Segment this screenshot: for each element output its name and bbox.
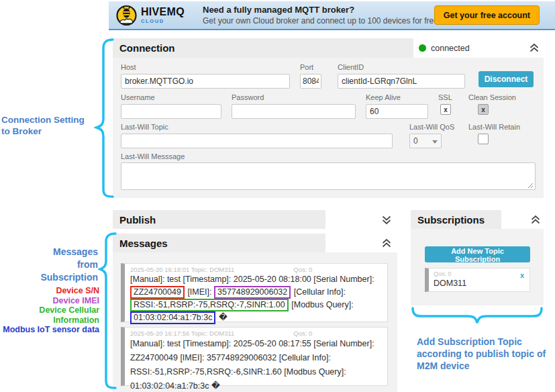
message-line: RSSI:-51,RSRP:-75,RSRQ:-6,SINR:1.60 [Mod… bbox=[130, 365, 382, 379]
clean-session-check-mark: x bbox=[481, 106, 485, 113]
keepalive-label: Keep Alive bbox=[366, 93, 428, 101]
legend-modbus-data: Modbus IoT sensor data bbox=[0, 325, 99, 335]
cellular-label: [Cellular Info]: bbox=[294, 287, 346, 297]
connection-status: connected bbox=[416, 38, 470, 58]
annotation-messages-from-subscription: Messages from Subscription bbox=[0, 246, 98, 284]
message-line: RSSI:-51,RSRP:-75,RSRQ:-7,SINR:1.00 [Mod… bbox=[130, 299, 382, 311]
username-input[interactable] bbox=[121, 104, 221, 119]
get-free-account-button[interactable]: Get your free account bbox=[434, 5, 540, 25]
annotation-legend: Device S/N Device IMEI Device Cellular I… bbox=[0, 286, 99, 335]
legend-device-sn: Device S/N bbox=[0, 286, 99, 296]
subscription-remove-button[interactable]: x bbox=[520, 271, 524, 279]
connected-status-dot bbox=[419, 44, 426, 52]
subscriptions-collapse-icon[interactable] bbox=[530, 215, 541, 225]
port-input[interactable] bbox=[300, 74, 321, 89]
publish-titlebar[interactable]: Publish bbox=[113, 210, 325, 229]
replacement-char: � bbox=[211, 381, 220, 391]
legend-device-imei: Device IMEI bbox=[0, 296, 99, 306]
publish-header: Publish bbox=[113, 210, 397, 229]
connected-status-text: connected bbox=[431, 44, 470, 53]
serial-number-value: ZZ24700049 bbox=[130, 353, 178, 362]
lastwill-retain-label: Last-Will Retain bbox=[468, 123, 520, 131]
serial-number-value: ZZ24700049 bbox=[130, 286, 185, 299]
clean-session-label: Clean Session bbox=[468, 93, 516, 101]
dropdown-caret-icon bbox=[432, 140, 438, 144]
imei-value: 357748929006032 bbox=[207, 353, 276, 362]
connection-header: Connection connected bbox=[113, 38, 544, 58]
annotation-add-subscription-topic: Add Subscription Topic according to publ… bbox=[417, 336, 551, 372]
messages-header: Messages bbox=[113, 234, 397, 252]
lastwill-qos-label: Last-Will QoS bbox=[409, 123, 454, 131]
subscriptions-brace bbox=[411, 306, 544, 329]
messages-titlebar[interactable]: Messages bbox=[113, 234, 325, 252]
logo-sub-text: CLOUD bbox=[141, 19, 185, 24]
message-line: 01:03:02:04:a1:7b:3c � bbox=[130, 311, 382, 324]
clean-session-checkbox[interactable]: x bbox=[478, 104, 489, 115]
imei-label: [IMEI]: bbox=[180, 353, 204, 362]
connection-title: Connection bbox=[119, 42, 175, 54]
subscriptions-panel: Add New Topic Subscription Qos: 0 DOM311… bbox=[411, 229, 544, 305]
disconnect-button[interactable]: Disconnect bbox=[478, 71, 534, 87]
add-subscription-button[interactable]: Add New Topic Subscription bbox=[425, 246, 530, 262]
messages-list: 2025-05-20 16:18:01 Topic: DOM311 Qos: 0… bbox=[113, 252, 397, 392]
lastwill-message-textarea[interactable] bbox=[121, 162, 536, 190]
subscriptions-titlebar[interactable]: Subscriptions bbox=[411, 210, 501, 229]
message-timestamp: 2025-05-20 16:18:01 bbox=[130, 266, 189, 273]
message-line: [Manual]: test [Timestamp]: 2025-05-20 0… bbox=[130, 337, 382, 351]
connection-form: Host Port ClientID Disconnect Username P… bbox=[113, 58, 544, 198]
modbus-label: [Modbus Query]: bbox=[284, 367, 346, 377]
lastwill-qos-select[interactable]: 0 bbox=[409, 134, 442, 148]
messages-collapse-icon[interactable] bbox=[381, 238, 392, 248]
annotation-connection-setting: Connection Setting to Broker bbox=[1, 114, 97, 137]
port-label: Port bbox=[300, 63, 321, 71]
page: HIVEMQ CLOUD Need a fully managed MQTT b… bbox=[0, 0, 555, 392]
subscription-item[interactable]: Qos: 0 DOM311 x bbox=[425, 268, 530, 292]
lastwill-retain-checkbox[interactable] bbox=[478, 134, 489, 144]
host-label: Host bbox=[121, 63, 290, 71]
message-line: ZZ24700049 [IMEI]: 357748929006032 [Cell… bbox=[130, 286, 382, 299]
modbus-query-value: 01:03:02:04:a1:7b:3c bbox=[130, 311, 215, 324]
password-label: Password bbox=[232, 93, 356, 101]
modbus-label: [Modbus Query]: bbox=[291, 300, 353, 309]
message-topic: Topic: DOM311 bbox=[191, 266, 292, 273]
message-topic: Topic: DOM311 bbox=[191, 330, 292, 337]
cellular-info-value: RSSI:-51,RSRP:-75,RSRQ:-6,SINR:1.60 bbox=[130, 367, 282, 377]
message-qos: Qos: 0 bbox=[293, 330, 312, 337]
legend-device-cellular: Device Cellular Information bbox=[0, 305, 99, 325]
message-line: ZZ24700049 [IMEI]: 357748929006032 [Cell… bbox=[130, 351, 382, 365]
imei-label: [IMEI]: bbox=[187, 287, 211, 297]
keepalive-input[interactable] bbox=[366, 104, 428, 119]
messages-title: Messages bbox=[119, 238, 168, 249]
connection-collapse-icon[interactable] bbox=[529, 43, 540, 53]
replacement-char: � bbox=[219, 313, 228, 322]
subscriptions-header: Subscriptions bbox=[411, 210, 544, 229]
publish-title: Publish bbox=[119, 214, 156, 226]
message-qos: Qos: 0 bbox=[293, 266, 312, 273]
ssl-label: SSL bbox=[438, 93, 452, 101]
connection-titlebar[interactable]: Connection bbox=[113, 38, 413, 58]
message-line: 01:03:02:04:a1:7b:3c � bbox=[130, 379, 382, 392]
cellular-info-value: RSSI:-51,RSRP:-75,RSRQ:-7,SINR:1.00 bbox=[130, 299, 289, 311]
imei-value: 357748929006032 bbox=[214, 286, 291, 299]
password-input[interactable] bbox=[232, 104, 356, 119]
username-label: Username bbox=[121, 93, 221, 101]
subscription-topic: DOM311 bbox=[434, 279, 525, 288]
ssl-check-mark: x bbox=[444, 106, 448, 113]
clientid-input[interactable] bbox=[338, 74, 465, 89]
banner-headline: Need a fully managed MQTT broker? bbox=[203, 5, 440, 15]
host-input[interactable] bbox=[121, 74, 290, 89]
banner-copy: Need a fully managed MQTT broker? Get yo… bbox=[203, 5, 440, 26]
banner-subheadline: Get your own Cloud broker and connect up… bbox=[203, 16, 440, 26]
subscriptions-title: Subscriptions bbox=[417, 214, 485, 226]
lastwill-qos-value: 0 bbox=[413, 136, 418, 146]
lastwill-topic-input[interactable] bbox=[121, 134, 393, 148]
message-card[interactable]: 2025-05-20 16:17:56 Topic: DOM311 Qos: 0… bbox=[121, 327, 388, 386]
lastwill-topic-label: Last-Will Topic bbox=[121, 123, 393, 131]
message-card[interactable]: 2025-05-20 16:18:01 Topic: DOM311 Qos: 0… bbox=[121, 263, 388, 322]
message-timestamp: 2025-05-20 16:17:56 bbox=[130, 330, 189, 337]
publish-expand-icon[interactable] bbox=[381, 215, 392, 225]
ssl-checkbox[interactable]: x bbox=[440, 104, 451, 115]
subscription-qos: Qos: 0 bbox=[434, 271, 525, 277]
clientid-label: ClientID bbox=[338, 63, 465, 71]
hivemq-banner: HIVEMQ CLOUD Need a fully managed MQTT b… bbox=[109, 1, 555, 30]
